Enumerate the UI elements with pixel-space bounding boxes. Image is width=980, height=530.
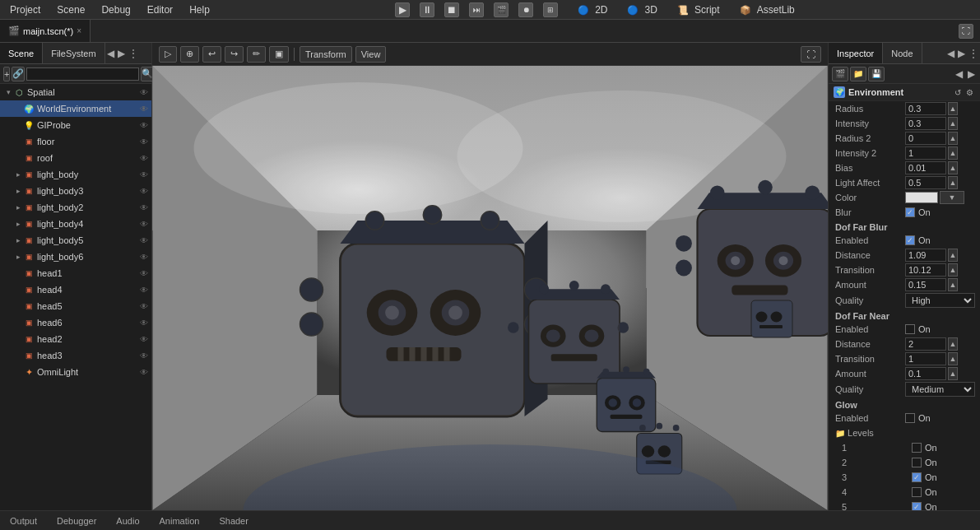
insp-toolbar-save[interactable]: 💾 — [868, 67, 885, 81]
tree-item-light-body5[interactable]: ▸ ▣ light_body5 👁 — [0, 232, 151, 249]
movie-button[interactable]: 🎬 — [494, 2, 509, 17]
tree-item-head3[interactable]: ▣ head3 👁 — [0, 347, 151, 364]
prop-select-dof-far-quality[interactable]: High Medium Low — [905, 293, 975, 308]
menu-scene[interactable]: Scene — [53, 4, 88, 16]
insp-nav-right[interactable]: ▶ — [956, 48, 967, 59]
insp-menu[interactable]: ⋮ — [967, 48, 980, 59]
prop-input-dof-near-distance[interactable] — [905, 337, 946, 351]
tree-item-omnilight[interactable]: ✦ OmniLight 👁 — [0, 364, 151, 380]
prop-check-dof-far-enabled[interactable]: ✓ — [905, 235, 915, 245]
prop-stepper-bias-up[interactable]: ▲ — [948, 161, 958, 174]
prop-input-radius[interactable] — [905, 102, 946, 115]
tree-item-light-body[interactable]: ▸ ▣ light_body 👁 — [0, 166, 151, 183]
prop-input-intensity2[interactable] — [905, 146, 946, 160]
section-header-environment[interactable]: 🌍 Environment ↺ ⚙ — [829, 84, 980, 101]
prop-stepper-radius-up[interactable]: ▲ — [948, 102, 958, 115]
prop-check-dof-near-enabled[interactable] — [905, 324, 915, 334]
prop-input-bias[interactable] — [905, 161, 946, 174]
tree-arrow-light-body2[interactable]: ▸ — [13, 202, 23, 212]
inspector-tab-inspector[interactable]: Inspector — [829, 43, 883, 63]
record-button[interactable]: ⏺ — [518, 2, 533, 17]
tree-arrow-light-body5[interactable]: ▸ — [13, 235, 23, 245]
tree-item-light-body3[interactable]: ▸ ▣ light_body3 👁 — [0, 183, 151, 199]
tree-arrow-light-body[interactable]: ▸ — [13, 170, 23, 179]
layout-button[interactable]: ⊞ — [543, 2, 558, 17]
viewport-fullscreen-button[interactable]: ⛶ — [801, 46, 821, 63]
insp-back[interactable]: ◀ — [954, 68, 964, 80]
menu-help[interactable]: Help — [186, 4, 213, 16]
toolbar-pen[interactable]: ✏ — [247, 46, 266, 63]
btn-3d[interactable]: 🔵 3D — [624, 4, 663, 16]
btn-transform[interactable]: Transform — [300, 46, 352, 63]
link-button[interactable]: 🔗 — [12, 67, 25, 81]
add-node-button[interactable]: + — [3, 67, 10, 81]
step-button[interactable]: ⏭ — [469, 2, 484, 17]
prop-check-glow-level-4[interactable] — [912, 487, 922, 497]
insp-nav-left[interactable]: ◀ — [945, 48, 956, 59]
tree-item-worldenv[interactable]: 🌍 WorldEnvironment 👁 — [0, 100, 151, 117]
status-tab-shader[interactable]: Shader — [216, 516, 251, 526]
tree-arrow-light-body3[interactable]: ▸ — [13, 186, 23, 196]
pause-button[interactable]: ⏸ — [420, 2, 434, 17]
prop-stepper-radius2-up[interactable]: ▲ — [948, 132, 958, 145]
prop-check-glow-level-1[interactable] — [912, 443, 922, 453]
tree-eye-worldenv[interactable]: 👁 — [140, 105, 148, 114]
tree-arrow-spatial[interactable]: ▾ — [3, 87, 13, 97]
toolbar-undo[interactable]: ↩ — [202, 46, 221, 63]
prop-stepper-dof-near-amount[interactable]: ▲ — [948, 367, 958, 380]
tree-item-light-body4[interactable]: ▸ ▣ light_body4 👁 — [0, 216, 151, 232]
tree-eye-roof[interactable]: 👁 — [140, 154, 148, 163]
prop-stepper-intensity-up[interactable]: ▲ — [948, 117, 958, 130]
search-input[interactable] — [26, 67, 139, 81]
prop-stepper-dof-near-transition[interactable]: ▲ — [948, 352, 958, 365]
tree-item-floor[interactable]: ▣ floor 👁 — [0, 133, 151, 150]
prop-check-glow-enabled[interactable] — [905, 413, 915, 423]
prop-input-dof-near-amount[interactable] — [905, 367, 946, 380]
prop-stepper-dof-far-transition[interactable]: ▲ — [948, 263, 958, 277]
tree-eye-light-body4[interactable]: 👁 — [140, 220, 148, 229]
tree-item-giprobe[interactable]: 💡 GIProbe 👁 — [0, 117, 151, 133]
prop-stepper-dof-far-distance[interactable]: ▲ — [948, 249, 958, 262]
prop-input-dof-far-amount[interactable] — [905, 278, 946, 291]
tree-eye-omnilight[interactable]: 👁 — [140, 368, 148, 377]
btn-view[interactable]: View — [355, 46, 387, 63]
insp-refresh[interactable]: ↺ — [953, 88, 963, 97]
tree-eye-giprobe[interactable]: 👁 — [140, 121, 148, 130]
toolbar-move[interactable]: ⊕ — [180, 46, 199, 63]
prop-select-dof-near-quality[interactable]: Medium High Low — [905, 382, 975, 397]
tree-arrow-light-body4[interactable]: ▸ — [13, 219, 23, 229]
panel-menu[interactable]: ⋮ — [127, 48, 140, 59]
play-button[interactable]: ▶ — [395, 2, 410, 17]
tree-arrow-light-body6[interactable]: ▸ — [13, 252, 23, 262]
menu-editor[interactable]: Editor — [144, 4, 176, 16]
tab-close-button[interactable]: × — [77, 26, 81, 35]
tree-eye-head4[interactable]: 👁 — [140, 286, 148, 295]
prop-input-intensity[interactable] — [905, 117, 946, 130]
panel-nav-right[interactable]: ▶ — [116, 48, 127, 59]
tree-item-light-body6[interactable]: ▸ ▣ light_body6 👁 — [0, 249, 151, 265]
viewport-expand-button[interactable]: ⛶ — [959, 24, 973, 39]
status-tab-debugger[interactable]: Debugger — [53, 516, 100, 526]
panel-tab-filesystem[interactable]: FileSystem — [43, 43, 105, 63]
status-tab-animation[interactable]: Animation — [156, 516, 203, 526]
tree-item-head4[interactable]: ▣ head4 👁 — [0, 281, 151, 298]
toolbar-select[interactable]: ▷ — [159, 46, 177, 63]
prop-stepper-color[interactable]: ▼ — [940, 191, 964, 204]
tree-eye-spatial[interactable]: 👁 — [140, 88, 148, 97]
prop-check-glow-level-5[interactable]: ✓ — [912, 502, 922, 510]
tree-eye-head3[interactable]: 👁 — [140, 351, 148, 360]
prop-stepper-light-affect-up[interactable]: ▲ — [948, 176, 958, 189]
tree-item-head6[interactable]: ▣ head6 👁 — [0, 314, 151, 331]
tree-item-roof[interactable]: ▣ roof 👁 — [0, 150, 151, 166]
prop-check-glow-level-2[interactable] — [912, 458, 922, 467]
tree-eye-head6[interactable]: 👁 — [140, 318, 148, 328]
tree-item-light-body2[interactable]: ▸ ▣ light_body2 👁 — [0, 199, 151, 216]
tree-eye-head5[interactable]: 👁 — [140, 302, 148, 311]
tree-item-spatial[interactable]: ▾ ⬡ Spatial 👁 — [0, 84, 151, 100]
prop-input-light-affect[interactable] — [905, 176, 946, 189]
tree-item-head1[interactable]: ▣ head1 👁 — [0, 265, 151, 281]
prop-stepper-dof-near-distance[interactable]: ▲ — [948, 337, 958, 351]
prop-input-dof-far-transition[interactable] — [905, 263, 946, 277]
toolbar-redo[interactable]: ↪ — [225, 46, 244, 63]
prop-stepper-dof-far-amount[interactable]: ▲ — [948, 278, 958, 291]
